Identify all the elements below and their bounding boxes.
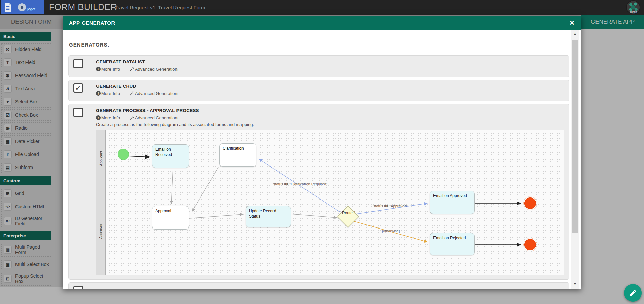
palette-item-label: File Upload	[15, 152, 39, 157]
generator-row-crud: ✓ GENERATE CRUD i More Info Advanced Gen…	[68, 80, 569, 101]
palette-item-check-box[interactable]: ☑ Check Box	[1, 109, 51, 121]
more-info-label: More Info	[101, 115, 120, 120]
more-info-link[interactable]: i More Info	[96, 115, 120, 120]
generator-title: GENERATE PROCESS - APPROVAL PROCESS	[96, 108, 564, 114]
start-event-circle	[118, 149, 129, 160]
subform-icon: ▤	[4, 163, 12, 172]
advanced-generation-link[interactable]: Advanced Generation	[129, 115, 178, 120]
palette-item-date-picker[interactable]: ▦ Date Picker	[1, 135, 51, 147]
palette-item-label: Select Box	[15, 99, 38, 104]
palette-item-select-box[interactable]: ▼ Select Box	[1, 96, 51, 108]
node-update-record-status: Update Record Status	[246, 206, 291, 227]
wand-icon	[129, 67, 134, 72]
text-area-icon: A	[4, 85, 12, 93]
datalist-checkbox[interactable]	[73, 59, 83, 68]
wand-icon	[129, 115, 134, 120]
select-box-icon: ▼	[4, 98, 12, 106]
palette-item-label: Popup Select Box	[15, 273, 50, 284]
palette-item-grid[interactable]: ⊞ Grid	[1, 188, 51, 199]
end-event-rejected-circle	[524, 239, 536, 250]
page-subtitle: Travel Request v1: Travel Request Form	[115, 5, 205, 10]
multi-select-box-icon: ▣	[4, 260, 12, 268]
palette-item-label: Check Box	[15, 112, 38, 118]
scroll-down-icon[interactable]: ▼	[571, 281, 579, 287]
lane-divider	[106, 187, 564, 187]
generator-title: GENERATE DATALIST	[96, 59, 564, 65]
process-description: Create a process as the following diagra…	[96, 122, 564, 128]
palette-item-password-field[interactable]: ✱ Password Field	[1, 70, 51, 81]
date-picker-icon: ▦	[4, 137, 12, 145]
palette-item-label: Radio	[15, 125, 28, 131]
flow-label-otherwise: [otherwise]	[382, 229, 400, 233]
scrollbar-thumb[interactable]	[572, 40, 578, 233]
logo-block[interactable]: e joget	[1, 0, 44, 14]
node-email-on-approved: Email on Approved	[430, 191, 475, 214]
generator-row-partial	[68, 282, 569, 289]
dialog-body: GENERATORS: GENERATE DATALIST i More Inf…	[63, 30, 581, 289]
popup-select-box-icon: ⊡	[4, 275, 12, 283]
advanced-generation-link[interactable]: Advanced Generation	[129, 91, 178, 96]
info-icon: i	[96, 91, 101, 96]
node-email-on-rejected: Email on Rejected	[430, 233, 475, 255]
palette-item-multi-select-box[interactable]: ▣ Multi Select Box	[1, 259, 51, 270]
grid-icon: ⊞	[4, 189, 12, 197]
generators-heading: GENERATORS:	[69, 42, 581, 48]
hidden-field-icon: ∅	[4, 45, 12, 53]
palette-item-hidden-field[interactable]: ∅ Hidden Field	[1, 43, 51, 55]
palette-item-file-upload[interactable]: ⇧ File Upload	[1, 149, 51, 160]
more-info-label: More Info	[101, 67, 120, 72]
palette-item-label: Grid	[15, 191, 24, 196]
more-info-label: More Info	[101, 91, 120, 96]
close-icon[interactable]: ✕	[569, 19, 575, 27]
node-approval: Approval	[152, 206, 189, 230]
more-info-link[interactable]: i More Info	[96, 67, 120, 72]
check-box-icon: ☑	[4, 111, 12, 119]
palette-item-label: Password Field	[15, 73, 47, 78]
password-field-icon: ✱	[4, 71, 12, 80]
joget-logo-icon: e	[18, 3, 26, 11]
palette-item-label: ID Generator Field	[15, 216, 50, 226]
palette-item-label: Text Field	[15, 60, 35, 65]
palette-item-text-field[interactable]: T Text Field	[1, 57, 51, 68]
palette-item-custom-html[interactable]: </> Custom HTML	[1, 201, 51, 212]
tab-generate-app[interactable]: GENERATE APP	[581, 15, 644, 29]
palette-item-id-generator[interactable]: ID ID Generator Field	[1, 214, 51, 228]
palette-item-text-area[interactable]: A Text Area	[1, 83, 51, 94]
document-icon	[4, 3, 12, 12]
id-generator-icon: ID	[4, 217, 12, 225]
advanced-generation-label: Advanced Generation	[135, 91, 178, 96]
more-info-link[interactable]: i More Info	[96, 91, 120, 96]
palette-item-label: Multi Select Box	[15, 262, 49, 267]
scroll-up-icon[interactable]: ▲	[571, 31, 579, 37]
generator-title: GENERATE CRUD	[96, 83, 564, 89]
dialog-header: APP GENERATOR	[63, 16, 581, 30]
palette-section-basic: Basic	[0, 32, 51, 41]
palette-section-custom: Custom	[0, 176, 51, 185]
generator-row-datalist: GENERATE DATALIST i More Info Advanced G…	[68, 55, 569, 77]
palette-item-subform[interactable]: ▤ Subform	[1, 162, 51, 173]
palette-item-label: Text Area	[15, 86, 35, 91]
edit-fab-button[interactable]	[624, 284, 642, 302]
advanced-generation-link[interactable]: Advanced Generation	[129, 67, 178, 72]
palette-item-label: Date Picker	[15, 139, 39, 144]
checkmark-icon: ✓	[75, 84, 81, 92]
advanced-generation-label: Advanced Generation	[135, 115, 178, 120]
avatar-label: admin	[627, 10, 640, 13]
palette-item-multi-paged-form[interactable]: ▥ Multi Paged Form	[1, 243, 51, 257]
palette-item-popup-select-box[interactable]: ⊡ Popup Select Box	[1, 272, 51, 286]
palette-item-radio[interactable]: ◉ Radio	[1, 122, 51, 134]
tab-design-form[interactable]: DESIGN FORM	[0, 15, 63, 29]
palette-item-label: Multi Paged Form	[15, 244, 50, 255]
dialog-scrollbar[interactable]: ▲ ▼	[571, 30, 579, 289]
crud-checkbox-checked[interactable]: ✓	[73, 83, 83, 93]
node-email-on-received: Email on Received	[152, 144, 189, 168]
process-checkbox[interactable]	[73, 108, 83, 117]
dialog-title: APP GENERATOR	[69, 20, 115, 26]
route-gateway-label: Route 1	[332, 211, 366, 215]
user-avatar[interactable]: admin	[626, 0, 640, 14]
partial-checkbox[interactable]	[73, 286, 83, 289]
flow-label-clarification-condition: status == "Clarification Required"	[273, 182, 327, 186]
generator-row-process: GENERATE PROCESS - APPROVAL PROCESS i Mo…	[68, 104, 569, 280]
palette-section-enterprise: Enterprise	[0, 231, 51, 240]
palette-item-label: Subform	[15, 165, 33, 170]
